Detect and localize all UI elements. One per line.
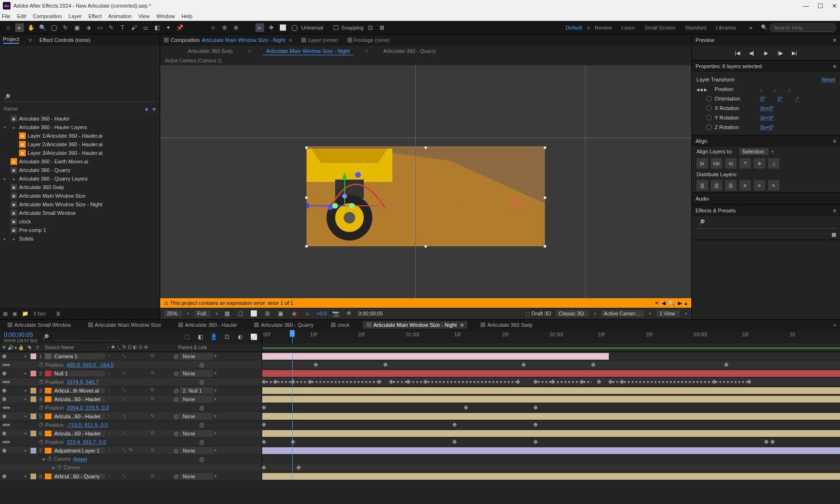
keyframe[interactable] xyxy=(464,405,469,410)
new-folder-icon[interactable]: 📁 xyxy=(22,311,29,317)
workspace-learn[interactable]: Learn xyxy=(617,25,640,30)
dist-left-button[interactable]: ||| xyxy=(697,180,708,191)
layer-twirl[interactable]: ▸ xyxy=(25,448,30,453)
play-button[interactable]: ▶ xyxy=(761,49,771,57)
work-area-bar[interactable] xyxy=(262,347,840,349)
keyframe[interactable] xyxy=(533,423,538,427)
camera-dropdown[interactable]: Active Camer... xyxy=(601,310,645,317)
pan-behind-tool[interactable]: ⬗ xyxy=(84,23,92,32)
workspace-default[interactable]: Default xyxy=(561,25,587,30)
toggle-transparency-icon[interactable]: ▦ xyxy=(223,309,232,318)
comp-mini-flowchart-icon[interactable]: ⬚ xyxy=(183,333,191,341)
stopwatch-icon[interactable] xyxy=(706,115,712,121)
layer-duration-bar[interactable] xyxy=(262,447,840,454)
move-gizmo-icon[interactable]: ▸ xyxy=(256,23,264,32)
layer-duration-bar[interactable] xyxy=(262,387,840,394)
project-panel-menu-icon[interactable]: ≡ xyxy=(29,37,31,43)
graph-editor-icon[interactable]: 📈 xyxy=(249,333,258,341)
new-bin-icon[interactable]: ▦ xyxy=(831,232,836,237)
maximize-button[interactable]: ☐ xyxy=(818,2,823,10)
snap-opt1-icon[interactable]: ⊡ xyxy=(366,23,375,32)
keyframe[interactable] xyxy=(533,440,538,444)
shy-switch-icon[interactable]: ⬩ xyxy=(107,344,110,351)
type-tool[interactable]: T xyxy=(118,23,127,32)
project-item[interactable]: ▾▸Ariculate 360 - Hauler Layers xyxy=(0,123,160,131)
delete-icon[interactable]: 🗑 xyxy=(56,311,61,316)
error-next-icon[interactable]: ▶ xyxy=(678,300,682,306)
source-name-header[interactable]: Source Name xyxy=(45,345,107,350)
visibility-toggle[interactable] xyxy=(2,432,6,435)
puppet-tool[interactable]: 📌 xyxy=(175,23,184,32)
layer-name[interactable]: Camera 1 xyxy=(52,353,105,359)
property-row[interactable]: ◀◆▶⏱ Position223.4, 915.7, 0.0@ xyxy=(0,438,840,446)
timeline-tabs-overflow-icon[interactable]: » xyxy=(833,322,836,328)
search-input[interactable] xyxy=(769,23,836,32)
error-close-icon[interactable]: ✕ xyxy=(655,300,659,306)
align-hcenter-button[interactable]: ≡|≡ xyxy=(711,158,722,169)
keyframe[interactable] xyxy=(314,363,318,367)
eraser-tool[interactable]: ◧ xyxy=(153,23,161,32)
exposure-reset-icon[interactable]: ☼ xyxy=(303,309,312,318)
renderer-dropdown[interactable]: Classic 3D xyxy=(556,310,589,317)
parent-dropdown[interactable]: None xyxy=(180,353,213,360)
keyframe[interactable] xyxy=(290,440,295,444)
property-value[interactable]: -° xyxy=(795,96,799,101)
menu-edit[interactable]: Edit xyxy=(17,13,26,19)
color-mgmt-icon[interactable]: ◉ xyxy=(290,309,298,318)
layer-twirl[interactable]: ▸ xyxy=(25,414,30,418)
label-color[interactable] xyxy=(31,388,36,393)
layer-twirl[interactable]: ▸ xyxy=(25,354,30,358)
dist-vcenter-button[interactable]: ≡ xyxy=(754,180,765,191)
layer-twirl[interactable]: ▸ xyxy=(25,371,30,375)
brush-tool[interactable]: 🖌 xyxy=(130,23,138,32)
snapping-checkbox[interactable] xyxy=(334,25,338,30)
parent-pickwhip-icon[interactable]: @ xyxy=(174,388,179,393)
menu-file[interactable]: File xyxy=(2,13,10,19)
interpret-footage-icon[interactable]: ▦ xyxy=(3,311,8,317)
layer-row[interactable]: ▸2Null 1⬩＼⊙@None▾ xyxy=(0,369,840,378)
keyframe[interactable] xyxy=(452,423,457,427)
property-value[interactable]: 0° xyxy=(760,96,766,101)
clone-tool[interactable]: ⚍ xyxy=(141,23,150,32)
keyframe[interactable] xyxy=(377,380,382,384)
property-row[interactable]: ◀◆▶⏱ Position-715.0, 811.5, 0.0@ xyxy=(0,421,840,429)
parent-pickwhip-icon[interactable]: @ xyxy=(174,474,179,479)
label-color[interactable] xyxy=(31,353,36,359)
expression-pickwhip-icon[interactable]: @ xyxy=(199,439,205,445)
layer-row[interactable]: ▸6Aricula...60 - Hauler⬩＼⊙@None▾ xyxy=(0,429,840,438)
composition-viewport[interactable] xyxy=(160,65,691,298)
project-item[interactable]: AiLayer 1/Ariculate 360 - Hauler.ai xyxy=(0,131,160,140)
layer-name[interactable]: Aricula...60 - Hauler xyxy=(52,396,105,402)
solo-column-icon[interactable]: ● xyxy=(14,345,17,350)
parent-dropdown[interactable]: None xyxy=(180,396,213,403)
effects-menu-icon[interactable]: ≡ xyxy=(833,208,836,213)
exposure-value[interactable]: +0.0 xyxy=(317,311,327,316)
error-prev-icon[interactable]: ◀ xyxy=(662,300,666,306)
viewer-tab[interactable]: CompositionArticulate Main Window Size -… xyxy=(164,37,292,43)
workspace-standard[interactable]: Standard xyxy=(680,25,711,30)
workspace-libraries[interactable]: Libraries xyxy=(711,25,741,30)
layer-duration-bar[interactable] xyxy=(262,430,840,437)
project-item[interactable]: AiAriculate 360 - Earth Mover.ai xyxy=(0,157,160,166)
dist-top-button[interactable]: ≡ xyxy=(739,180,751,191)
effects-search-input[interactable] xyxy=(705,219,833,226)
stopwatch-icon[interactable] xyxy=(706,124,712,130)
parent-pickwhip-icon[interactable]: @ xyxy=(174,448,179,454)
project-item[interactable]: ▣Articulate Small Window xyxy=(0,209,160,217)
snap-opt2-icon[interactable]: ⊠ xyxy=(378,23,386,32)
layer-name[interactable]: Null 1 xyxy=(52,371,105,376)
keyframe[interactable] xyxy=(597,380,602,384)
property-value[interactable]: - xyxy=(789,86,790,92)
show-snapshot-icon[interactable]: 👁 xyxy=(345,309,353,318)
viewer-tab[interactable]: Footage (none) xyxy=(348,37,390,43)
toggle-mask-icon[interactable]: ▢ xyxy=(236,309,245,318)
label-color[interactable] xyxy=(31,371,36,376)
project-item[interactable]: ▣Pre-comp 1 xyxy=(0,226,160,234)
resolution-dropdown[interactable]: Full xyxy=(195,310,211,317)
workspace-overflow-icon[interactable]: » xyxy=(747,23,755,32)
parent-dropdown[interactable]: None xyxy=(180,430,213,437)
layer-row[interactable]: ▸3Articul...th Mover.ai⬩＼⊙@2. Null 1▾ xyxy=(0,386,840,395)
align-menu-icon[interactable]: ≡ xyxy=(833,138,836,144)
project-item[interactable]: ▣Articulate 360 Swip xyxy=(0,183,160,192)
minimize-button[interactable]: — xyxy=(803,2,809,10)
